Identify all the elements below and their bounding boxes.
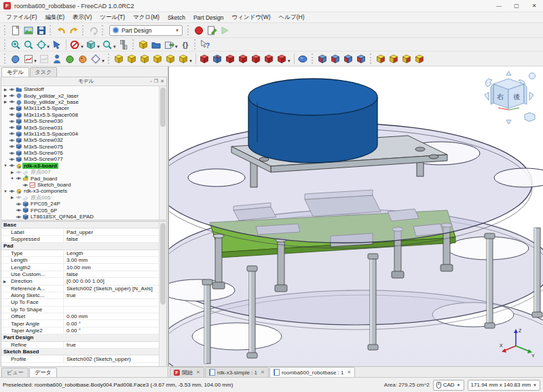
visibility-eye-icon[interactable] [8,125,15,130]
additive-loft-button[interactable] [138,52,151,65]
property-value[interactable]: 0.00 ° [64,328,159,334]
menu-item-0[interactable]: ファイル(F) [2,12,41,23]
document-tab-label[interactable]: rdk-x3-simple : 1 [217,370,257,376]
dock-tab-1[interactable]: タスク [30,67,58,77]
macro-record-button[interactable] [192,24,205,37]
close-button[interactable]: ✕ [525,0,543,12]
visibility-eye-icon[interactable] [15,170,22,175]
tree-expander-icon[interactable]: ▶ [3,87,8,92]
tree-scrollbar[interactable] [159,86,166,220]
shape-binder-button[interactable] [64,52,77,65]
tree-item[interactable]: M3x5-Screw075 [1,144,159,150]
create-body-button[interactable] [9,52,22,65]
zoom-out-button[interactable] [22,38,35,51]
property-value[interactable]: Pad_upper [64,229,159,235]
nav-style-selector[interactable]: CAD ▼ [433,380,464,391]
property-value[interactable]: Sketch002 (Sketch_upper) [64,356,159,362]
toolbar-grip[interactable] [108,54,111,64]
tree-item[interactable]: M3x5-Screw076 [1,150,159,156]
tree-item-label[interactable]: M3x5-Screw076 [22,150,64,156]
visibility-eye-icon[interactable] [8,163,15,168]
groove-button[interactable] [224,52,237,65]
property-value[interactable]: false [64,236,159,242]
menu-item-4[interactable]: マクロ(M) [129,12,164,23]
property-scrollbar-thumb[interactable] [160,223,166,305]
fillet-button[interactable] [375,52,388,65]
tree-expander-icon[interactable]: ▶ [10,195,15,199]
tree-item-label[interactable]: Standoff [22,86,45,92]
select-view-button[interactable] [51,38,64,51]
tree-scrollbar-thumb[interactable] [160,87,166,127]
visibility-eye-icon[interactable] [8,189,15,194]
measure-button[interactable] [117,38,130,51]
undo-button[interactable] [54,24,67,37]
document-tab-1[interactable]: rdk-x3-simple : 1✕ [205,367,269,377]
property-value[interactable]: true [64,342,159,348]
tree-item-label[interactable]: M3x5-Screw032 [22,137,64,143]
multi-transform-button[interactable] [355,52,368,65]
workbench-selector[interactable]: Part Design ▼ [109,25,183,36]
close-icon[interactable]: ✕ [348,370,352,375]
visibility-eye-icon[interactable] [8,106,15,111]
toolbar-grip[interactable] [102,25,105,35]
dock-tab-0[interactable]: モデル [1,67,29,77]
visibility-eye-icon[interactable] [15,201,22,207]
revolve-button[interactable] [126,52,138,65]
visibility-eye-icon[interactable] [22,182,29,188]
property-view-tab-0[interactable]: ビュー [1,368,29,377]
tree-item[interactable]: M3x11x5.5-Spacer [1,105,159,111]
document-tab-2[interactable]: roomba600_robotbase : 1✕ [269,367,356,377]
tree-item[interactable]: ▶Body_ydlidar_x2_laser [1,92,159,98]
tree-item[interactable]: ▼Pad_board [1,175,159,181]
tree-item-label[interactable]: M3x11x5.5-Spacer [22,105,71,111]
tree-item-label[interactable]: 原点005 [29,194,52,201]
property-group-header[interactable]: Sketch Based [1,349,159,355]
subtractive-primitive-button-dropdown[interactable]: ▼ [287,59,291,63]
tree-item-label[interactable]: M3x5-Screw077 [22,156,64,162]
visibility-eye-icon[interactable] [15,195,22,200]
toolbar-grip[interactable] [187,25,190,35]
toolbar-grip[interactable] [312,54,314,64]
tree-item-label[interactable]: Body_ydlidar_x2_base [22,99,80,105]
dependency-folder-button[interactable] [150,38,163,51]
additive-primitive-button-dropdown[interactable]: ▼ [189,59,193,63]
toolbar-grip[interactable] [194,39,197,50]
navcube-face-right-label[interactable]: 右 [497,93,504,100]
tree-item-label[interactable]: Pad_board [29,176,58,182]
property-value[interactable]: [0.00 0.00 1.00] [64,278,159,284]
tree-item-label[interactable]: Sketch_board [36,182,72,188]
tree-item[interactable]: ▶原点005 [1,195,159,201]
property-value[interactable]: 3.00 mm [64,257,159,263]
tree-expander-icon[interactable]: ▶ [10,170,15,174]
subtractive-helix-button[interactable] [263,52,276,65]
visibility-eye-icon[interactable] [8,119,15,124]
tree-expander-icon[interactable]: ▶ [3,94,8,98]
3d-viewport[interactable]: 右 後 Z Y X [168,66,543,366]
tree-item[interactable]: M3x5-Screw031 [1,124,159,130]
tree-item[interactable]: Sketch_board [1,182,159,188]
polar-pattern-button[interactable] [342,52,355,65]
tree-item[interactable]: ▼rdk-x3-componets [1,188,159,194]
zoom-in-button[interactable] [9,38,22,51]
visibility-eye-icon[interactable] [15,176,22,181]
toolbar-grip[interactable] [4,54,7,64]
tree-item[interactable]: M3x11x5.5-Spacer008 [1,112,159,118]
visibility-eye-icon[interactable] [8,151,15,156]
visibility-eye-icon[interactable] [15,214,22,220]
create-datum-button-dropdown[interactable]: ▼ [101,59,105,63]
axonometric-view-button-dropdown[interactable]: ▼ [96,45,100,49]
tree-item[interactable]: M3x5-Screw032 [1,137,159,143]
subtractive-pipe-button[interactable] [250,52,263,65]
tree-item-label[interactable]: M3x5-Screw031 [22,125,64,131]
tree-item-label[interactable]: M3x11x5.5-Spacer008 [22,112,79,118]
dock-close-icon[interactable]: ✕ [160,79,164,84]
open-document-button[interactable] [22,24,35,37]
tree-item[interactable]: ▼rdk-x3-board [1,163,159,169]
redo-button[interactable] [67,24,80,37]
mirrored-button[interactable] [316,52,329,65]
menu-item-3[interactable]: ツール(T) [96,12,129,23]
clipping-plane-button-dropdown[interactable]: ▼ [80,45,84,49]
menu-item-5[interactable]: Sketch [164,13,189,22]
tree-item-label[interactable]: M3x11x5.5-Spacer004 [22,131,79,137]
property-value[interactable]: true [64,292,159,298]
